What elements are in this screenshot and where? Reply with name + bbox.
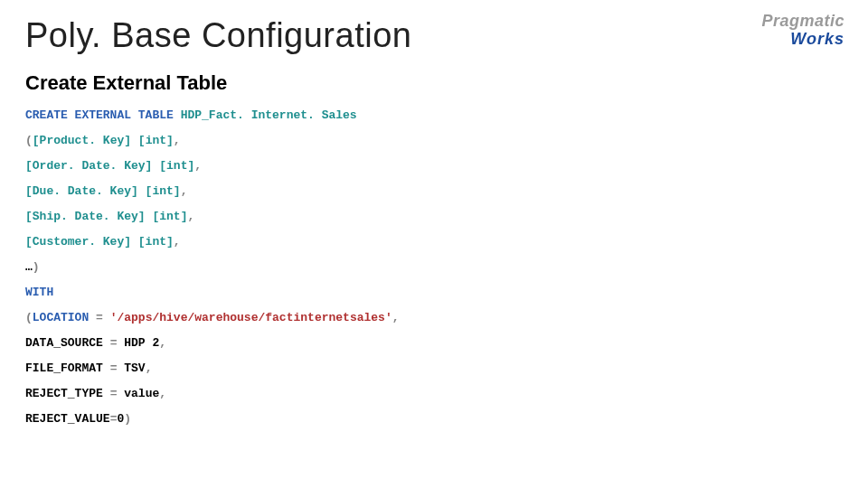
sql-column: [Customer. Key] [int]	[25, 235, 174, 249]
code-line: DATA_SOURCE = HDP 2,	[25, 337, 843, 349]
sql-ellipsis: …	[25, 260, 33, 274]
sql-keyword: WITH	[25, 286, 53, 299]
section-subtitle: Create External Table	[25, 71, 843, 95]
sql-column: [Product. Key] [int]	[33, 134, 174, 147]
code-line: [Due. Date. Key] [int],	[25, 185, 843, 197]
sql-keyword: CREATE EXTERNAL TABLE	[25, 108, 174, 122]
code-line: REJECT_VALUE=0)	[25, 413, 843, 425]
sql-eq: =	[103, 361, 124, 375]
code-line: ([Product. Key] [int],	[25, 135, 843, 146]
sql-column: [Due. Date. Key] [int]	[25, 184, 181, 198]
sql-comma: ,	[159, 336, 166, 350]
sql-option: FILE_FORMAT	[25, 361, 103, 375]
code-line: [Order. Date. Key] [int],	[25, 160, 843, 172]
sql-eq: =	[103, 387, 124, 400]
sql-value: HDP 2	[124, 336, 159, 350]
logo-line1: Pragmatic	[761, 13, 844, 29]
code-line: …)	[25, 261, 843, 273]
sql-comma: ,	[181, 184, 188, 198]
sql-eq: =	[103, 336, 124, 350]
sql-eq: =	[89, 311, 109, 324]
slide: Pragmatic Works Poly. Base Configuration…	[0, 0, 868, 488]
sql-comma: ,	[194, 159, 202, 173]
code-line: WITH	[25, 286, 843, 298]
code-line: [Ship. Date. Key] [int],	[25, 211, 843, 222]
sql-comma: ,	[159, 387, 166, 400]
sql-column: [Order. Date. Key] [int]	[25, 159, 194, 173]
sql-comma: ,	[146, 361, 153, 375]
code-line: (LOCATION = '/apps/hive/warehouse/factin…	[25, 312, 843, 324]
code-block: CREATE EXTERNAL TABLE HDP_Fact. Internet…	[25, 109, 843, 425]
sql-option: DATA_SOURCE	[25, 336, 103, 350]
sql-paren: )	[33, 260, 40, 274]
sql-comma: ,	[174, 134, 181, 147]
sql-column: [Ship. Date. Key] [int]	[25, 210, 187, 223]
sql-option: REJECT_TYPE	[25, 387, 103, 400]
code-line: FILE_FORMAT = TSV,	[25, 362, 843, 374]
sql-comma: ,	[187, 210, 194, 223]
sql-paren: (	[25, 134, 33, 147]
sql-string: '/apps/hive/warehouse/factinternetsales'	[110, 311, 392, 324]
sql-comma: ,	[392, 311, 400, 324]
sql-paren: )	[124, 412, 131, 426]
code-line: [Customer. Key] [int],	[25, 236, 843, 248]
brand-logo: Pragmatic Works	[761, 13, 844, 47]
page-title: Poly. Base Configuration	[25, 16, 843, 55]
logo-line2: Works	[761, 31, 844, 47]
sql-identifier: HDP_Fact. Internet. Sales	[174, 108, 357, 122]
code-line: CREATE EXTERNAL TABLE HDP_Fact. Internet…	[25, 109, 843, 121]
sql-paren: (	[25, 311, 33, 324]
code-line: REJECT_TYPE = value,	[25, 388, 843, 399]
sql-option: REJECT_VALUE	[25, 412, 110, 426]
sql-value: TSV	[124, 361, 145, 375]
sql-value: value	[124, 387, 159, 400]
sql-option: LOCATION	[33, 311, 89, 324]
sql-comma: ,	[174, 235, 181, 249]
